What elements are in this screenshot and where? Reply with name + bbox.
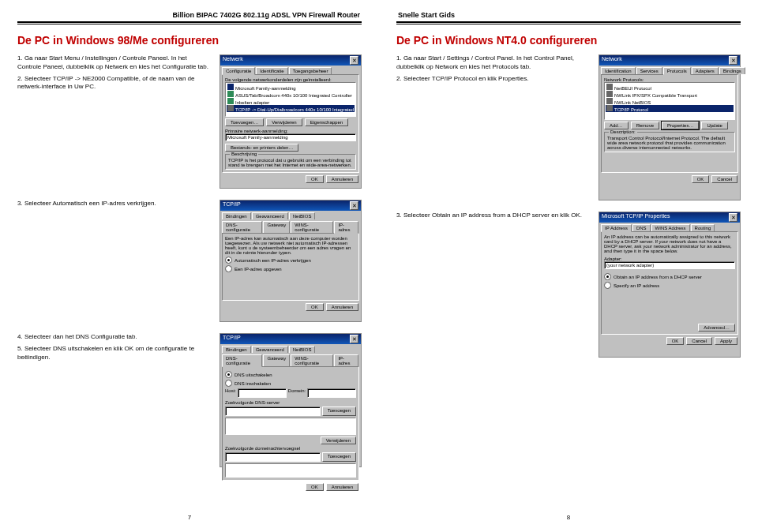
cancel-button[interactable]: Annuleren xyxy=(326,483,358,491)
tab-bindings[interactable]: Bindings xyxy=(719,67,745,74)
dlg-title: TCP/IP xyxy=(223,335,241,343)
remove-button[interactable]: Verwijderen xyxy=(266,118,302,126)
dlg-title: Network xyxy=(602,56,622,65)
properties-button[interactable]: Eigenschappen xyxy=(305,118,348,126)
properties-button[interactable]: Properties… xyxy=(662,122,699,129)
radio-specify-ip[interactable]: Een IP-adres opgeven xyxy=(225,265,356,272)
ok-button[interactable]: OK xyxy=(306,175,324,183)
add-button-2[interactable]: Toevoegen xyxy=(322,452,356,462)
page-left: Billion BIPAC 7402G 802.11g ADSL VPN Fir… xyxy=(0,0,379,532)
advanced-button[interactable]: Advanced… xyxy=(698,324,735,332)
select-adapter[interactable]: (your network adapter) xyxy=(604,261,735,269)
page-right: Snelle Start Gids De PC in Windows NT4.0… xyxy=(379,0,758,532)
select-primary-login[interactable]: Microsoft Family-aanmelding xyxy=(225,133,356,141)
suffix-input[interactable] xyxy=(225,452,321,462)
close-icon[interactable]: ✕ xyxy=(350,335,358,343)
screenshot-tcpip-ip: TCP/IP✕ Bindingen Geavanceerd NetBIOS DN… xyxy=(220,200,362,322)
tab-dns[interactable]: DNS-configuratie xyxy=(222,221,262,233)
add-button[interactable]: Toevoegen xyxy=(322,406,356,416)
tab-adapters[interactable]: Adapters xyxy=(692,67,719,74)
description-text: TCP/IP is het protocol dat u gebruikt om… xyxy=(228,158,353,167)
suffix-list[interactable] xyxy=(225,463,356,478)
ok-button[interactable]: OK xyxy=(306,303,324,311)
header-left: Billion BIPAC 7402G 802.11g ADSL VPN Fir… xyxy=(17,11,362,21)
desc-text: An IP address can be automatically assig… xyxy=(604,234,735,253)
tab-wins[interactable]: WINS-configuratie xyxy=(291,354,333,366)
description-text: Transport Control Protocol/Internet Prot… xyxy=(607,136,732,150)
page-number: 7 xyxy=(188,514,191,521)
ok-button[interactable]: OK xyxy=(666,337,685,345)
step-5: 5. Selecteer DNS uitschakelen en klik OK… xyxy=(17,345,210,362)
step-1: 1. Ga naar Start / Settings / Control Pa… xyxy=(396,54,589,72)
close-icon[interactable]: ✕ xyxy=(729,213,737,222)
tab-toegangsbeheer[interactable]: Toegangsbeheer xyxy=(289,67,332,74)
update-button[interactable]: Update xyxy=(701,122,727,129)
list-protocols[interactable]: NetBEUI Protocol NWLink IPX/SPX Compatib… xyxy=(604,82,735,120)
screenshot-network-config: Netwerk✕ Configuratie Identificatie Toeg… xyxy=(220,54,362,189)
radio-dns-enable[interactable]: DNS inschakelen xyxy=(225,380,356,387)
dlg-title: Netwerk xyxy=(223,56,243,65)
tab-ipaddress[interactable]: IP Address xyxy=(601,224,632,232)
tab-bindingen[interactable]: Bindingen xyxy=(222,212,251,219)
host-input[interactable] xyxy=(238,388,287,398)
dns-order-input[interactable] xyxy=(225,406,321,416)
cancel-button[interactable]: Cancel xyxy=(686,337,712,345)
add-button[interactable]: Add… xyxy=(604,122,629,129)
section-title-left: De PC in Windows 98/Me configureren xyxy=(17,34,362,47)
radio-specify-ip[interactable]: Specify an IP address xyxy=(604,282,735,289)
ok-button[interactable]: OK xyxy=(692,175,710,183)
step-3: 3. Selecteer Obtain an IP address from a… xyxy=(396,212,589,220)
tab-routing[interactable]: Routing xyxy=(691,224,715,231)
screenshot-tcpip-dns: TCP/IP✕ Bindingen Geavanceerd NetBIOS DN… xyxy=(220,333,362,467)
tab-protocols[interactable]: Protocols xyxy=(663,67,691,75)
step-3: 3. Selecteer Automatisch een IP-adres ve… xyxy=(17,200,210,208)
cancel-button[interactable]: Annuleren xyxy=(326,303,358,311)
step-1: 1. Ga naar Start Menu / Instellingen / C… xyxy=(17,54,210,72)
domain-input[interactable] xyxy=(307,388,356,398)
dlg-title: TCP/IP xyxy=(223,201,241,210)
tab-gateway[interactable]: Gateway xyxy=(263,354,290,366)
tab-gateway[interactable]: Gateway xyxy=(263,221,290,233)
tab-geavanceerd[interactable]: Geavanceerd xyxy=(252,212,288,219)
page-number: 8 xyxy=(567,514,570,521)
header-right: Snelle Start Gids xyxy=(396,11,741,21)
tab-geavanceerd[interactable]: Geavanceerd xyxy=(252,346,288,353)
add-button[interactable]: Toevoegen… xyxy=(225,118,264,126)
tab-services[interactable]: Services xyxy=(636,67,662,74)
step-4: 4. Selecteer dan het DNS Configuratie ta… xyxy=(17,333,210,342)
remove-button[interactable]: Verwijderen xyxy=(321,436,356,444)
share-button[interactable]: Bestands- en printers delen… xyxy=(225,144,298,152)
screenshot-nt-network: Network✕ Identification Services Protoco… xyxy=(599,54,741,200)
list-components[interactable]: Microsoft Family-aanmelding ASUS/Tab/Bro… xyxy=(225,82,356,117)
step-2: 2. Selecteer TCP/IP Protocol en klik Pro… xyxy=(396,75,589,84)
tab-ipadres[interactable]: IP-adres xyxy=(334,354,358,366)
close-icon[interactable]: ✕ xyxy=(729,56,737,65)
tab-wins[interactable]: WINS Address xyxy=(651,224,690,231)
radio-dhcp[interactable]: Obtain an IP address from a DHCP server xyxy=(604,273,735,280)
tab-wins[interactable]: WINS-configuratie xyxy=(291,221,333,233)
tab-dns[interactable]: DNS xyxy=(632,224,651,231)
tab-identificatie[interactable]: Identificatie xyxy=(256,67,287,74)
step-2: 2. Selecteer TCP/IP -> NE2000 Compatible… xyxy=(17,75,210,92)
radio-auto-ip[interactable]: Automatisch een IP-adres verkrijgen xyxy=(225,257,356,264)
close-icon[interactable]: ✕ xyxy=(350,56,358,65)
radio-dns-disable[interactable]: DNS uitschakelen xyxy=(225,371,356,378)
tab-netbios[interactable]: NetBIOS xyxy=(289,346,316,353)
tab-netbios[interactable]: NetBIOS xyxy=(289,212,316,219)
dlg-title: Microsoft TCP/IP Properties xyxy=(602,213,670,222)
ok-button[interactable]: OK xyxy=(306,483,324,491)
tab-ipadres[interactable]: IP-adres xyxy=(334,221,358,234)
tab-configuratie[interactable]: Configuratie xyxy=(222,67,255,75)
cancel-button[interactable]: Cancel xyxy=(711,175,737,183)
remove-button[interactable]: Remove xyxy=(631,122,659,129)
section-title-right: De PC in Windows NT4.0 configureren xyxy=(396,34,741,47)
desc-text: Een IP-adres kan automatisch aan deze co… xyxy=(225,236,356,255)
dns-list[interactable] xyxy=(225,418,356,435)
tab-identification[interactable]: Identification xyxy=(601,67,636,74)
tab-dns[interactable]: DNS-configuratie xyxy=(222,354,262,367)
apply-button[interactable]: Apply xyxy=(715,337,737,345)
screenshot-nt-tcpip: Microsoft TCP/IP Properties✕ IP Address … xyxy=(599,212,741,358)
cancel-button[interactable]: Annuleren xyxy=(326,175,358,183)
tab-bindingen[interactable]: Bindingen xyxy=(222,346,251,353)
close-icon[interactable]: ✕ xyxy=(350,201,358,210)
